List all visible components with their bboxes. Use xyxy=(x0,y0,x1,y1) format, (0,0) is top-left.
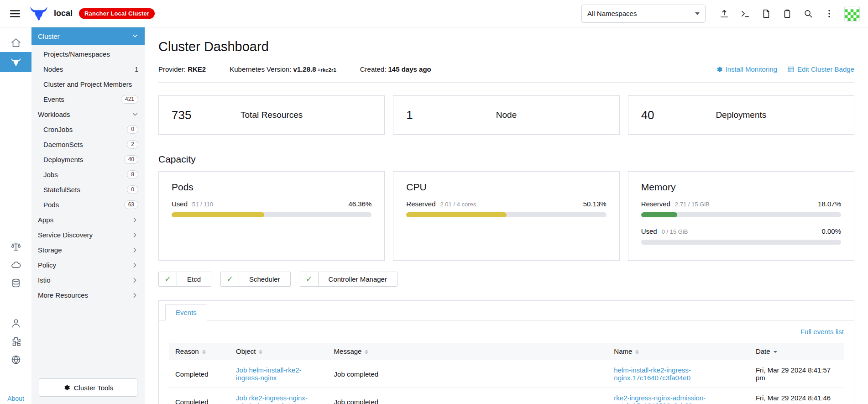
name-link[interactable]: helm-install-rke2-ingress-nginx.17c16407… xyxy=(614,366,690,382)
cell-message: Job completed xyxy=(328,360,608,388)
cluster-tools-button[interactable]: Cluster Tools xyxy=(39,378,137,397)
events-table: Reason Object Message Name xyxy=(159,339,854,404)
layers-icon[interactable] xyxy=(0,274,31,292)
chevron-right-icon xyxy=(132,262,138,268)
tab-events[interactable]: Events xyxy=(165,304,207,320)
sidebar-item-label: Jobs xyxy=(43,171,127,178)
sidebar-item-label: CronJobs xyxy=(43,126,127,133)
memory-reserved-percent: 18.07% xyxy=(818,200,841,208)
about-link[interactable]: About xyxy=(7,395,24,402)
cpu-capacity-title: CPU xyxy=(406,182,606,193)
node-count-value: 1 xyxy=(406,108,413,122)
scheduler-status-chip: ✓ Scheduler xyxy=(220,272,291,287)
count-badge: 0 xyxy=(127,185,138,194)
pods-progress-bar xyxy=(172,212,371,217)
object-link[interactable]: Job rke2-ingress-nginx-admission-patch xyxy=(236,394,308,404)
full-events-list-link[interactable]: Full events list xyxy=(800,328,844,336)
sidebar-group-workloads[interactable]: Workloads xyxy=(31,107,145,122)
sidebar-item-statefulsets[interactable]: StatefulSets 0 xyxy=(31,182,145,197)
sidebar-group-label: Service Discovery xyxy=(38,231,132,239)
sort-icon xyxy=(202,350,206,354)
column-header-date[interactable]: Date xyxy=(749,343,844,360)
sidebar-group-apps[interactable]: Apps xyxy=(31,212,145,227)
component-status-chips: ✓ Etcd ✓ Scheduler ✓ Controller Manager xyxy=(158,272,854,287)
cloud-icon[interactable] xyxy=(0,256,31,274)
sidebar-group-storage[interactable]: Storage xyxy=(31,242,145,257)
sidebar-group-istio[interactable]: Istio xyxy=(31,273,145,288)
column-header-object[interactable]: Object xyxy=(230,343,327,360)
count-badge: 40 xyxy=(124,155,138,164)
meta-provider: Provider: RKE2 xyxy=(158,65,206,73)
kubectl-shell-icon[interactable] xyxy=(739,8,751,20)
rancher-logo[interactable] xyxy=(29,6,48,21)
sidebar-group-policy[interactable]: Policy xyxy=(31,257,145,273)
sidebar-cluster-header[interactable]: Cluster xyxy=(31,27,145,45)
sidebar-item-label: Projects/Namespaces xyxy=(43,50,138,58)
count-badge: 8 xyxy=(127,170,138,179)
capacity-cards: Pods Used 51 / 110 46.36% CPU Reserved 2… xyxy=(158,171,854,261)
home-icon[interactable] xyxy=(0,34,31,52)
column-header-reason[interactable]: Reason xyxy=(169,343,230,360)
copy-kubeconfig-icon[interactable] xyxy=(781,8,793,20)
capacity-heading: Capacity xyxy=(158,154,854,165)
sidebar-item-nodes[interactable]: Nodes 1 xyxy=(31,62,145,77)
memory-used-percent: 0.00% xyxy=(821,227,841,235)
checkmark-icon: ✓ xyxy=(159,272,177,286)
install-monitoring-link[interactable]: Install Monitoring xyxy=(716,65,777,73)
cpu-capacity-card: CPU Reserved 2.01 / 4 cores 50.13% xyxy=(393,171,619,261)
cluster-icon[interactable] xyxy=(0,52,31,72)
count-badge: 0 xyxy=(127,125,138,134)
hamburger-menu-icon[interactable] xyxy=(7,6,23,21)
scales-icon[interactable] xyxy=(0,237,31,256)
sidebar-item-label: Pods xyxy=(43,201,124,209)
column-header-name[interactable]: Name xyxy=(607,343,749,360)
cluster-meta-row: Provider: RKE2 Kubernetes Version: v1.28… xyxy=(158,65,854,83)
globe-icon[interactable] xyxy=(0,351,31,369)
count-badge: 2 xyxy=(127,140,138,149)
sidebar-item-label: DaemonSets xyxy=(43,141,127,148)
deployments-count-card: 40 Deployments xyxy=(628,95,854,135)
sidebar-item-deployments[interactable]: Deployments 40 xyxy=(31,152,145,167)
sidebar-group-label: Workloads xyxy=(38,110,132,118)
sidebar-item-jobs[interactable]: Jobs 8 xyxy=(31,167,145,182)
sidebar-item-label: Events xyxy=(43,95,121,103)
sidebar-item-label: StatefulSets xyxy=(43,186,127,194)
memory-capacity-card: Memory Reserved 2.71 / 15 GiB 18.07% Use… xyxy=(628,171,854,261)
sort-desc-icon xyxy=(774,351,777,353)
user-icon[interactable] xyxy=(0,314,31,332)
sidebar-item-cluster-members[interactable]: Cluster and Project Members xyxy=(31,77,145,92)
user-avatar[interactable] xyxy=(844,6,860,21)
memory-capacity-title: Memory xyxy=(641,182,841,193)
extensions-puzzle-icon[interactable] xyxy=(0,332,31,351)
edit-cluster-badge-link[interactable]: Edit Cluster Badge xyxy=(787,65,854,73)
gear-icon xyxy=(716,66,723,73)
controller-manager-status-chip: ✓ Controller Manager xyxy=(300,272,397,287)
sidebar-item-cronjobs[interactable]: CronJobs 0 xyxy=(31,122,145,137)
sidebar-group-label: Storage xyxy=(38,246,132,254)
cell-date: Fri, Mar 29 2024 8:41:57 pm xyxy=(749,360,844,388)
namespace-select[interactable]: All Namespaces xyxy=(581,5,706,23)
kebab-menu-icon[interactable] xyxy=(823,8,835,20)
sidebar-item-projects-namespaces[interactable]: Projects/Namespaces xyxy=(31,47,145,62)
sidebar-item-events[interactable]: Events 421 xyxy=(31,92,145,107)
checkmark-icon: ✓ xyxy=(300,272,319,286)
name-link[interactable]: rke2-ingress-nginx-admission-patch.17c16… xyxy=(614,394,706,404)
events-tab-strip: Events xyxy=(159,301,854,320)
chevron-right-icon xyxy=(132,232,138,238)
sidebar-item-daemonsets[interactable]: DaemonSets 2 xyxy=(31,137,145,152)
cell-message: Job completed xyxy=(328,388,608,404)
search-icon[interactable] xyxy=(802,8,814,20)
object-link[interactable]: Job helm-install-rke2-ingress-nginx xyxy=(236,366,301,382)
sidebar-item-pods[interactable]: Pods 63 xyxy=(31,197,145,212)
cluster-tools-label: Cluster Tools xyxy=(74,384,113,392)
sidebar-items: Projects/Namespaces Nodes 1 Cluster and … xyxy=(31,45,145,304)
sidebar-group-more-resources[interactable]: More Resources xyxy=(31,288,145,303)
sidebar-group-service-discovery[interactable]: Service Discovery xyxy=(31,227,145,242)
column-header-message[interactable]: Message xyxy=(328,343,608,360)
import-yaml-icon[interactable] xyxy=(718,8,730,20)
count-badge: 63 xyxy=(124,200,138,209)
cell-reason: Completed xyxy=(169,360,230,388)
count-badge: 421 xyxy=(121,95,138,104)
pods-capacity-card: Pods Used 51 / 110 46.36% xyxy=(158,171,385,261)
download-kubeconfig-icon[interactable] xyxy=(760,8,772,20)
